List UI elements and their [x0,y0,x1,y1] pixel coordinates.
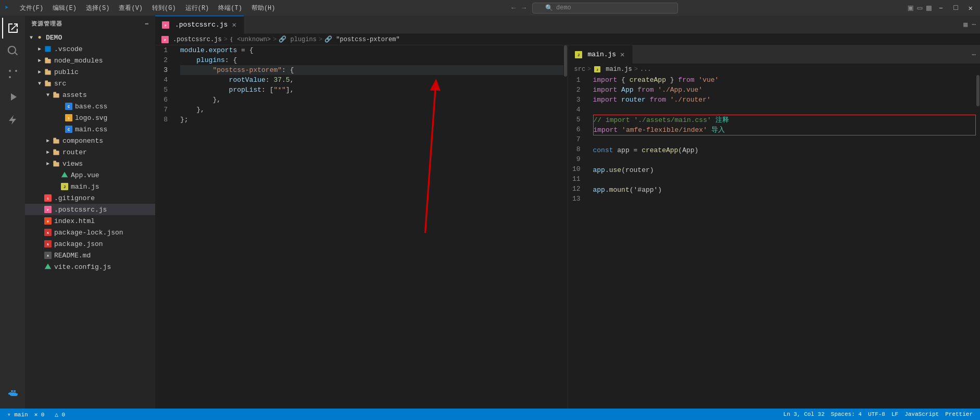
minimize-btn[interactable]: – [936,4,946,12]
token-close6: }, [180,95,221,105]
right-code-content: import { createApp } from 'vue' import A… [589,75,976,409]
breadcrumb-rsep2: > [634,66,638,73]
menu-select[interactable]: 选择(S) [82,3,114,14]
back-arrow[interactable]: ← [509,4,518,12]
split-icon[interactable]: ▭ [917,3,922,13]
search-icon[interactable] [2,41,23,61]
token-module: module [180,45,205,55]
tree-item-main-js[interactable]: ► J main.js [25,181,155,192]
breadcrumb-postcss-icon: P [161,36,169,43]
forward-arrow[interactable]: → [520,4,528,12]
status-spaces[interactable]: Spaces: 4 [828,411,865,417]
menu-edit[interactable]: 编辑(E) [48,3,81,14]
tree-item-node-modules[interactable]: ► node_modules [25,55,155,66]
svg-marker-29 [61,172,68,178]
tabs-more-icon[interactable]: ⋯ [972,20,976,29]
sidebar-content: ▼ ● DEMO ► .vscode ► node_modules [25,32,155,409]
tree-item-main-css[interactable]: ► C main.css [25,123,155,135]
tree-item-readme[interactable]: ► M README.md [25,250,155,261]
status-formatter[interactable]: Prettier [942,411,976,417]
tree-item-logo-svg[interactable]: ► S logo.svg [25,112,155,123]
panels-icon[interactable]: ▦ [926,3,932,13]
status-ln-col[interactable]: Ln 3, Col 32 [780,411,827,417]
rcode-line-6: import 'amfe-flexible/index' 导入 [594,125,976,135]
left-code-editor[interactable]: 1 2 3 4 5 6 7 8 module.exports = { [155,45,568,409]
title-bar: ‣ 文件(F) 编辑(E) 选择(S) 查看(V) 转到(G) 运行(R) 终端… [0,0,980,16]
code-line-4: rootValue: 37.5, [180,75,563,85]
run-icon[interactable] [2,87,23,107]
maximize-btn[interactable]: □ [950,4,961,12]
tree-item-vite-config[interactable]: ► vite.config.js [25,261,155,273]
tree-item-router[interactable]: ► router [25,146,155,158]
svg-text:J: J [577,53,579,57]
tree-item-gitignore[interactable]: ► G .gitignore [25,192,155,204]
tab-postcssrc-close[interactable]: ✕ [231,20,237,29]
svg-marker-44 [45,264,52,269]
tab-main-js-close[interactable]: ✕ [619,50,625,59]
r-app: App [617,85,637,95]
assets-expand: ▼ [44,91,52,99]
status-lang[interactable]: JavaScript [901,411,942,417]
search-box[interactable]: 🔍 demo [532,3,678,14]
token-proplist: propList [180,85,261,95]
menu-help[interactable]: 帮助(H) [247,3,280,14]
tree-root-demo[interactable]: ▼ ● DEMO [25,32,155,43]
menu-view[interactable]: 查看(V) [115,3,147,14]
breadcrumb-right: src > J main.js > ... [568,64,981,75]
code-line-3: "postcss-pxtorem": { [180,65,563,75]
vite-config-icon [44,263,52,271]
svg-rect-24 [53,138,56,140]
status-eol[interactable]: LF [888,411,901,417]
tree-item-base-css[interactable]: ► C base.css [25,101,155,112]
tree-item-assets[interactable]: ▼ assets [25,89,155,101]
r-app-eq: app = [613,145,642,155]
tree-item-views[interactable]: ► views [25,158,155,169]
r-apparg: (App) [678,145,698,155]
status-encoding[interactable]: UTF-8 [865,411,888,417]
tree-item-package-lock[interactable]: ► N package-lock.json [25,227,155,238]
right-code-editor[interactable]: 1 2 3 4 5 6 7 8 9 10 11 12 13 [568,75,981,409]
menu-goto[interactable]: 转到(G) [148,3,180,14]
breadcrumb-sep1: > [224,36,228,43]
sidebar-title: 资源管理器 [31,20,62,28]
tree-label-main-js: main.js [71,183,99,191]
right-more-icon[interactable]: ⋯ [972,51,976,59]
svg-rect-28 [53,160,56,163]
right-editor-pane: J main.js ✕ ⋯ src > J main [568,45,981,409]
r-routerpath: './router' [666,95,711,105]
tab-main-js[interactable]: J main.js ✕ [568,45,633,64]
menu-run[interactable]: 运行(R) [181,3,213,14]
rln8: 8 [568,144,585,154]
tree-item-components[interactable]: ► components [25,135,155,146]
tree-item-vscode[interactable]: ► .vscode [25,43,155,55]
menu-file[interactable]: 文件(F) [16,3,48,14]
left-scrollbar[interactable] [563,45,568,409]
status-errors[interactable]: ✕ 0 △ 0 [31,411,68,418]
tree-item-src[interactable]: ▼ src [25,78,155,89]
tab-postcssrc[interactable]: P .postcssrc.js ✕ [155,16,244,34]
tree-item-postcssrc[interactable]: ► P .postcssrc.js [25,204,155,215]
tree-item-package-json[interactable]: ► N package.json [25,238,155,250]
extensions-icon[interactable] [2,109,23,130]
close-btn[interactable]: ✕ [965,4,976,13]
tab-main-js-icon: J [574,51,583,59]
right-scrollbar[interactable] [976,75,980,409]
tree-item-public[interactable]: ► public [25,66,155,78]
token-rootvalue: rootValue [180,75,266,85]
code-line-8: }; [180,115,563,125]
sidebar-more-icon[interactable]: ⋯ [145,20,149,27]
rln13: 13 [568,194,585,204]
source-control-icon[interactable] [2,64,23,84]
tree-item-app-vue[interactable]: ► App.vue [25,169,155,181]
r-router: router [617,95,649,105]
views-expand: ► [44,159,52,168]
docker-icon[interactable] [2,384,23,404]
vscode-logo: ‣ [4,3,9,13]
svg-rect-7 [14,390,16,392]
status-branch[interactable]: ▿ main [4,411,31,418]
tree-item-index-html[interactable]: ► H index.html [25,215,155,227]
split-editor-icon[interactable]: ▦ [963,20,968,29]
menu-terminal[interactable]: 终端(T) [214,3,246,14]
layout-icon[interactable]: ▣ [908,3,913,13]
explorer-icon[interactable] [2,18,23,39]
